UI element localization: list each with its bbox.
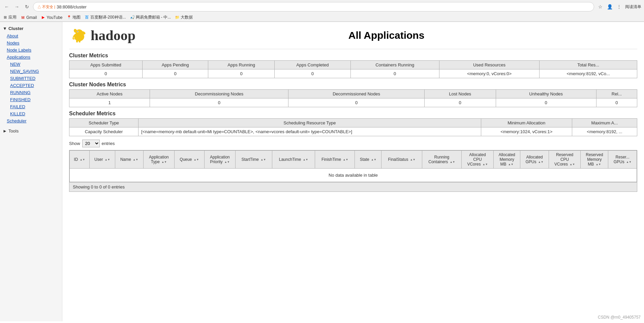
col-scheduling-resource-type: Scheduling Resource Type <box>139 119 481 127</box>
sort-apptype-icon: ▲▼ <box>161 161 167 164</box>
bookmark-wangyi-label: 网易免费邮箱 - 中... <box>136 14 171 20</box>
sidebar-item-about[interactable]: About <box>0 32 62 39</box>
val-containers-running: 0 <box>350 69 439 78</box>
val-scheduler-type: Capacity Scheduler <box>69 127 139 136</box>
sort-name-icon: ▲▼ <box>133 158 138 161</box>
col-used-resources: Used Resources <box>439 61 540 69</box>
apps-table: ID ▲▼ User ▲▼ Name ▲▼ ApplicationType ▲▼… <box>69 150 637 182</box>
sidebar-item-new[interactable]: NEW <box>0 61 62 68</box>
reading-list-button[interactable]: 阅读清单 <box>625 4 641 10</box>
th-state[interactable]: State ▲▼ <box>355 151 381 169</box>
sort-user-icon: ▲▼ <box>105 158 110 161</box>
th-starttime[interactable]: StartTime ▲▼ <box>235 151 272 169</box>
val-scheduling-resource-type: [<name=memory-mb default-unit=Mi type=CO… <box>139 127 481 136</box>
svg-rect-5 <box>76 39 78 43</box>
col-rel-nodes: Rel... <box>596 90 637 98</box>
profile-button[interactable]: 👤 <box>606 3 614 11</box>
sidebar: ▼ Cluster About Nodes Node Labels Applic… <box>0 22 62 321</box>
bookmark-youtube-label: YouTube <box>47 15 62 20</box>
sidebar-item-nodes[interactable]: Nodes <box>0 39 62 47</box>
sidebar-item-scheduler[interactable]: Scheduler <box>0 117 62 124</box>
tools-arrow-icon: ► <box>3 128 7 134</box>
entries-select[interactable]: 10 20 25 50 100 <box>82 140 100 147</box>
th-finalstatus[interactable]: FinalStatus ▲▼ <box>381 151 422 169</box>
val-apps-submitted: 0 <box>69 69 143 78</box>
menu-button[interactable]: ⋮ <box>615 3 623 11</box>
sidebar-item-submitted[interactable]: SUBMITTED <box>0 75 62 82</box>
address-bar[interactable]: △ 不安全 | 38:8088/cluster <box>33 2 594 11</box>
main-layout: ▼ Cluster About Nodes Node Labels Applic… <box>0 22 644 321</box>
val-decommissioning-nodes: 0 <box>150 98 288 107</box>
sidebar-item-node-labels[interactable]: Node Labels <box>0 47 62 54</box>
sort-finalstatus-icon: ▲▼ <box>410 158 416 161</box>
th-name[interactable]: Name ▲▼ <box>115 151 143 169</box>
val-min-allocation: <memory:1024, vCores:1> <box>481 127 572 136</box>
hadoop-logo: hadoop <box>69 25 135 46</box>
hadoop-elephant-icon <box>69 25 89 46</box>
th-reserved-gpus[interactable]: Reser...GPUs ▲▼ <box>608 151 637 169</box>
th-running-containers[interactable]: RunningContainers ▲▼ <box>422 151 462 169</box>
no-data-text: No data available in table <box>70 169 637 182</box>
scheduler-metrics-table: Scheduler Type Scheduling Resource Type … <box>69 118 637 136</box>
cluster-header[interactable]: ▼ Cluster <box>0 25 62 32</box>
sidebar-item-killed[interactable]: KILLED <box>0 110 62 117</box>
th-launchtime[interactable]: LaunchTime ▲▼ <box>272 151 315 169</box>
sort-containers-icon: ▲▼ <box>450 161 455 164</box>
th-allocated-gpus[interactable]: AllocatedGPUs ▲▼ <box>520 151 549 169</box>
col-apps-pending: Apps Pending <box>142 61 208 69</box>
sort-state-icon: ▲▼ <box>371 158 376 161</box>
bookmark-maps[interactable]: 📍 地图 <box>67 14 81 20</box>
th-id[interactable]: ID ▲▼ <box>70 151 90 169</box>
sidebar-item-new-saving[interactable]: NEW_SAVING <box>0 68 62 75</box>
th-allocated-memory[interactable]: AllocatedMemoryMB ▲▼ <box>493 151 520 169</box>
sidebar-item-running[interactable]: RUNNING <box>0 89 62 96</box>
bookmarks-bar: ⊞ 应用 M Gmail ▶ YouTube 📍 地图 百 百度翻译-200种语… <box>0 13 644 22</box>
bookmark-youtube[interactable]: ▶ YouTube <box>41 15 62 20</box>
cluster-nodes-data-row: 1 0 0 0 0 0 <box>69 98 637 107</box>
bookmark-baidu-label: 百度翻译-200种语... <box>90 14 126 20</box>
svg-point-3 <box>77 31 78 32</box>
col-decommissioning-nodes: Decommissioning Nodes <box>150 90 288 98</box>
col-apps-running: Apps Running <box>208 61 275 69</box>
sidebar-item-finished[interactable]: FINISHED <box>0 96 62 103</box>
cluster-metrics-header-row: Apps Submitted Apps Pending Apps Running… <box>69 61 637 69</box>
sidebar-item-applications[interactable]: Applications <box>0 54 62 61</box>
bookmark-baidu[interactable]: 百 百度翻译-200种语... <box>85 14 126 20</box>
tools-header[interactable]: ► Tools <box>0 127 62 135</box>
th-finishtime[interactable]: FinishTime ▲▼ <box>315 151 355 169</box>
col-max-allocation: Maximum A... <box>572 119 637 127</box>
sidebar-item-failed[interactable]: FAILED <box>0 103 62 110</box>
cluster-label: Cluster <box>8 26 24 31</box>
th-application-type[interactable]: ApplicationType ▲▼ <box>144 151 174 169</box>
col-active-nodes: Active Nodes <box>69 90 150 98</box>
content-area: hadoop All Applications Cluster Metrics … <box>62 22 644 321</box>
cluster-nodes-metrics-table: Active Nodes Decommissioning Nodes Decom… <box>69 89 637 107</box>
sort-finishtime-icon: ▲▼ <box>343 158 348 161</box>
sidebar-item-accepted[interactable]: ACCEPTED <box>0 82 62 89</box>
th-user[interactable]: User ▲▼ <box>89 151 115 169</box>
bookmark-apps[interactable]: ⊞ 应用 <box>3 14 17 20</box>
th-queue[interactable]: Queue ▲▼ <box>174 151 205 169</box>
bookmark-bigdata[interactable]: 📁 大数据 <box>175 14 193 20</box>
forward-button[interactable]: → <box>13 3 21 11</box>
bookmark-gmail-label: Gmail <box>26 15 37 20</box>
th-application-priority[interactable]: ApplicationPriority ▲▼ <box>205 151 235 169</box>
scheduler-data-row: Capacity Scheduler [<name=memory-mb defa… <box>69 127 637 136</box>
url-text: 38:8088/cluster <box>57 4 87 9</box>
th-reserved-cpu[interactable]: ReservedCPUVCores ▲▼ <box>549 151 581 169</box>
bookmark-gmail[interactable]: M Gmail <box>21 15 37 20</box>
val-decommissioned-nodes: 0 <box>288 98 425 107</box>
browser-toolbar: ← → ↻ △ 不安全 | 38:8088/cluster ☆ 👤 ⋮ 阅读清单 <box>0 0 644 13</box>
th-reserved-memory[interactable]: ReservedMemoryMB ▲▼ <box>581 151 608 169</box>
back-button[interactable]: ← <box>3 3 11 11</box>
apps-table-wrapper: ID ▲▼ User ▲▼ Name ▲▼ ApplicationType ▲▼… <box>69 150 637 192</box>
sort-res-gpus-icon: ▲▼ <box>626 161 632 164</box>
cluster-metrics-table: Apps Submitted Apps Pending Apps Running… <box>69 60 637 78</box>
apps-header-row: ID ▲▼ User ▲▼ Name ▲▼ ApplicationType ▲▼… <box>70 151 637 169</box>
th-allocated-cpu[interactable]: AllocatedCPUVCores ▲▼ <box>462 151 494 169</box>
no-data-row: No data available in table <box>70 169 637 182</box>
maps-icon: 📍 <box>67 15 71 20</box>
reload-button[interactable]: ↻ <box>23 3 31 11</box>
bookmark-button[interactable]: ☆ <box>596 3 604 11</box>
bookmark-wangyi[interactable]: 🎣 网易免费邮箱 - 中... <box>130 14 171 20</box>
